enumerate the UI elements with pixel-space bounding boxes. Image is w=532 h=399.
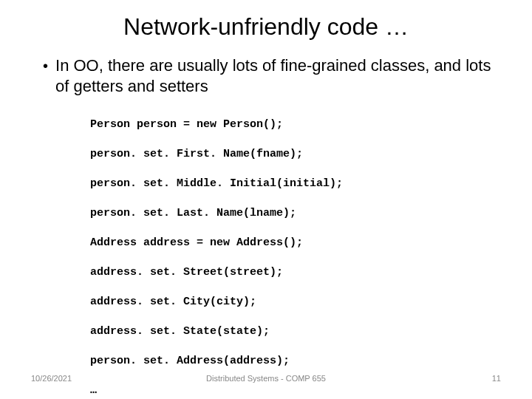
code-line: address. set. City(city); [90,295,495,310]
footer-course: Distributed Systems - COMP 655 [206,374,326,383]
slide-footer: 10/26/2021 Distributed Systems - COMP 65… [0,374,532,383]
code-line: person. set. Address(address); [90,354,495,369]
code-line: person. set. Middle. Initial(initial); [90,177,495,191]
footer-date: 10/26/2021 [31,374,72,383]
code-line: address. set. State(state); [90,324,495,339]
slide-title: Network-unfriendly code … [37,13,495,41]
code-line: person. set. First. Name(fname); [90,147,495,162]
code-block: Person person = new Person(); person. se… [37,103,495,399]
code-line: Address address = new Address(); [90,236,495,250]
code-line: address. set. Street(street); [90,265,495,280]
bullet-item-1: • In OO, there are usually lots of fine-… [37,55,495,97]
code-line: person. set. Last. Name(lname); [90,206,495,221]
bullet-mark: • [43,55,48,76]
bullet-text-1: In OO, there are usually lots of fine-gr… [55,55,495,97]
code-line: Person person = new Person(); [90,117,495,132]
code-line: … [90,383,495,398]
footer-page: 11 [492,374,501,383]
